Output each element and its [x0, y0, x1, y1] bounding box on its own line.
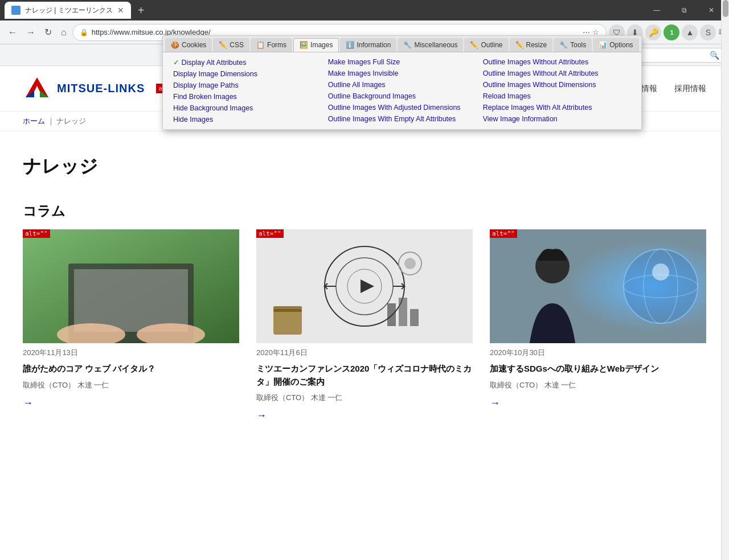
article-3-title[interactable]: 加速するSDGsへの取り組みとWebデザイン — [490, 363, 706, 376]
article-card-3: alt="" — [490, 229, 706, 422]
article-2-date: 2020年11月6日 — [256, 348, 473, 358]
article-3-alt-badge: alt="" — [490, 229, 517, 238]
article-3-link[interactable]: → — [490, 397, 706, 409]
laptop-svg — [23, 229, 239, 343]
home-button[interactable]: ⌂ — [58, 25, 70, 40]
images-icon: 🖼️ — [300, 41, 308, 49]
tab-label: ナレッジ | ミツエーリンクス — [25, 6, 113, 15]
cookies-icon: 🍪 — [171, 41, 179, 49]
menu-item-reload-images[interactable]: Reload Images — [480, 91, 634, 101]
breadcrumb-home-link[interactable]: ホーム — [23, 117, 45, 125]
ext-triangle-icon[interactable]: ▲ — [682, 24, 698, 40]
menu-tab-forms[interactable]: 📋 Forms — [251, 38, 292, 52]
menu-item-display-paths[interactable]: Display Image Paths — [170, 80, 325, 90]
article-3-image-container: alt="" — [490, 229, 706, 343]
scrollbar-track — [721, 0, 729, 560]
article-2-image — [256, 229, 473, 343]
article-2-link[interactable]: → — [256, 410, 473, 422]
menu-item-outline-empty-alt[interactable]: Outline Images With Empty Alt Attributes — [325, 114, 480, 124]
article-1-alt-badge: alt="" — [23, 229, 50, 238]
logo-area: MITSUE-LINKS — [23, 75, 145, 103]
menu-item-hide-background[interactable]: Hide Background Images — [170, 103, 325, 113]
menu-tab-miscellaneous[interactable]: 🔧 Miscellaneous — [398, 38, 463, 52]
section-title: コラム — [23, 202, 706, 220]
menu-item-outline-bg[interactable]: Outline Background Images — [325, 91, 480, 101]
svg-point-24 — [624, 249, 698, 323]
menu-tabs: 🍪 Cookies ✏️ CSS 📋 Forms 🖼️ Images ℹ️ In… — [163, 36, 641, 52]
forward-button[interactable]: → — [23, 25, 39, 40]
tech-svg — [256, 229, 473, 343]
css-icon: ✏️ — [219, 41, 227, 49]
menu-tab-tools[interactable]: 🔧 Tools — [554, 38, 592, 52]
menu-item-find-broken[interactable]: Find Broken Images — [170, 92, 325, 102]
article-2-title[interactable]: ミツエーカンファレンス2020「ウィズコロナ時代のミカタ」開催のご案内 — [256, 363, 473, 388]
logo-text: MITSUE-LINKS — [57, 82, 145, 95]
article-card-2: alt="" — [256, 229, 473, 422]
tab-close-btn[interactable]: ✕ — [117, 6, 124, 15]
ext-s-icon[interactable]: S — [700, 24, 716, 40]
back-button[interactable]: ← — [5, 25, 21, 40]
svg-rect-6 — [74, 269, 188, 332]
menu-item-outline-adjusted[interactable]: Outline Images With Adjusted Dimensions — [325, 102, 480, 113]
menu-item-display-alt[interactable]: Display Alt Attributes — [170, 57, 325, 68]
nav-recruit[interactable]: 採用情報 — [674, 84, 706, 94]
options-icon: 📊 — [599, 41, 607, 49]
images-dropdown-menu: 🍪 Cookies ✏️ CSS 📋 Forms 🖼️ Images ℹ️ In… — [162, 35, 642, 130]
svg-rect-19 — [273, 309, 302, 335]
svg-rect-18 — [410, 309, 419, 326]
menu-item-make-invisible[interactable]: Make Images Invisible — [325, 68, 480, 79]
menu-item-display-dimensions[interactable]: Display Image Dimensions — [170, 69, 325, 79]
menu-item-replace-alt[interactable]: Replace Images With Alt Attributes — [480, 102, 634, 113]
menu-tab-options[interactable]: 📊 Options — [593, 38, 638, 52]
menu-tab-information[interactable]: ℹ️ Information — [340, 38, 396, 52]
article-1-title[interactable]: 誰がためのコア ウェブ バイタル？ — [23, 363, 239, 376]
svg-rect-16 — [387, 303, 396, 326]
menu-tab-outline[interactable]: ✏️ Outline — [464, 38, 508, 52]
menu-tab-css[interactable]: ✏️ CSS — [213, 38, 249, 52]
information-icon: ℹ️ — [346, 41, 354, 49]
menu-tab-images[interactable]: 🖼️ Images — [293, 38, 339, 52]
svg-rect-20 — [273, 306, 302, 312]
article-3-date: 2020年10月30日 — [490, 348, 706, 358]
menu-item-view-info[interactable]: View Image Information — [480, 114, 634, 124]
article-3-author: 取締役（CTO） 木達 一仁 — [490, 380, 706, 390]
menu-item-outline-no-attr[interactable]: Outline Images Without Attributes — [480, 57, 634, 67]
refresh-button[interactable]: ↻ — [41, 24, 55, 40]
article-1-author: 取締役（CTO） 木達 一仁 — [23, 380, 239, 390]
article-2-author: 取締役（CTO） 木達 一仁 — [256, 393, 473, 403]
breadcrumb-sep: ｜ — [47, 117, 57, 125]
outline-icon: ✏️ — [470, 41, 478, 49]
article-3-image — [490, 229, 706, 343]
miscellaneous-icon: 🔧 — [403, 41, 412, 49]
scrollbar-thumb[interactable] — [723, 0, 728, 17]
svg-rect-17 — [399, 298, 407, 326]
page-title-area: ナレッジ — [0, 131, 729, 191]
article-1-link[interactable]: → — [23, 397, 239, 409]
svg-point-27 — [652, 263, 669, 281]
article-1-image — [23, 229, 239, 343]
title-bar: ナレッジ | ミツエーリンクス ✕ + — ⧉ ✕ — [0, 0, 729, 20]
minimize-button[interactable]: — — [644, 0, 670, 20]
forms-icon: 📋 — [256, 41, 265, 49]
menu-item-make-full[interactable]: Make Images Full Size — [325, 57, 480, 67]
menu-tab-resize[interactable]: ✏️ Resize — [510, 38, 553, 52]
lock-icon: 🔒 — [80, 28, 88, 36]
menu-item-outline-no-dim[interactable]: Outline Images Without Dimensions — [480, 80, 634, 90]
ext-green-icon[interactable]: 1 — [664, 24, 679, 40]
window-controls: — ⧉ ✕ — [644, 0, 724, 20]
page-title: ナレッジ — [23, 154, 706, 179]
menu-tab-cookies[interactable]: 🍪 Cookies — [165, 38, 212, 52]
menu-item-hide-images[interactable]: Hide Images — [170, 114, 325, 125]
maximize-button[interactable]: ⧉ — [671, 0, 697, 20]
svg-marker-0 — [26, 77, 48, 97]
browser-tab[interactable]: ナレッジ | ミツエーリンクス ✕ — [5, 2, 131, 19]
breadcrumb-current: ナレッジ — [56, 117, 86, 125]
svg-point-15 — [404, 258, 416, 269]
new-tab-button[interactable]: + — [133, 4, 149, 17]
tools-icon: 🔧 — [559, 41, 568, 49]
menu-item-outline-all[interactable]: Outline All Images — [325, 80, 480, 90]
menu-item-outline-no-alt[interactable]: Outline Images Without Alt Attributes — [480, 68, 634, 79]
ext-key-icon[interactable]: 🔑 — [645, 24, 661, 40]
search-icon[interactable]: 🔍 — [710, 51, 719, 60]
resize-icon: ✏️ — [515, 41, 524, 49]
